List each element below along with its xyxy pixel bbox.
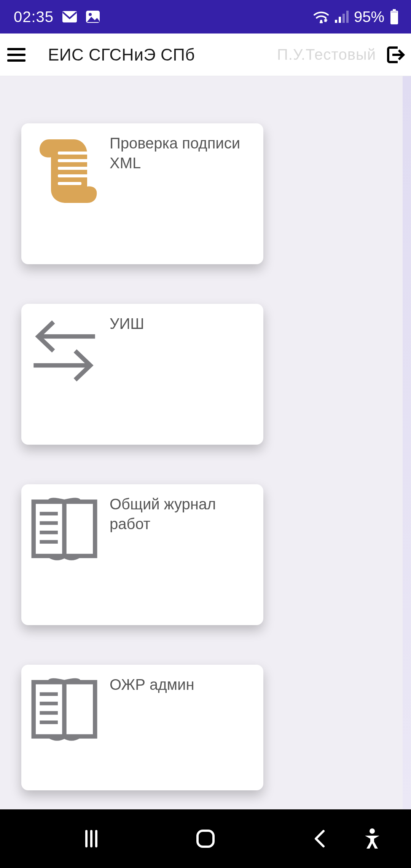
svg-point-3 bbox=[320, 20, 322, 22]
svg-rect-17 bbox=[58, 174, 88, 177]
svg-rect-14 bbox=[58, 152, 88, 155]
user-name-label: П.У.Тестовый bbox=[277, 46, 376, 63]
logout-icon bbox=[386, 45, 405, 64]
svg-rect-5 bbox=[339, 17, 341, 23]
svg-rect-25 bbox=[40, 531, 57, 535]
android-status-bar: 02:35 95% bbox=[0, 0, 411, 34]
svg-rect-31 bbox=[40, 711, 57, 715]
svg-rect-16 bbox=[58, 167, 88, 170]
menu-button[interactable] bbox=[5, 44, 27, 66]
svg-rect-29 bbox=[40, 692, 57, 696]
svg-rect-30 bbox=[40, 702, 57, 705]
book-icon bbox=[28, 492, 100, 616]
home-button[interactable] bbox=[190, 823, 221, 854]
svg-rect-8 bbox=[393, 9, 396, 11]
svg-rect-26 bbox=[40, 540, 57, 544]
svg-rect-9 bbox=[390, 11, 398, 24]
card-title: Общий журнал работ bbox=[110, 492, 253, 616]
svg-rect-24 bbox=[40, 521, 57, 525]
arrows-swap-icon bbox=[28, 311, 100, 436]
card-uish[interactable]: УИШ bbox=[21, 304, 263, 445]
mail-icon bbox=[62, 11, 77, 23]
battery-percent: 95% bbox=[354, 8, 384, 26]
book-icon bbox=[28, 672, 100, 781]
app-title: ЕИС СГСНиЭ СПб bbox=[48, 45, 195, 64]
svg-rect-0 bbox=[62, 11, 77, 22]
card-title: УИШ bbox=[110, 311, 144, 436]
svg-rect-15 bbox=[58, 159, 88, 162]
card-journal-admin[interactable]: ОЖР админ bbox=[21, 665, 263, 790]
recents-button[interactable] bbox=[76, 823, 107, 854]
svg-point-37 bbox=[370, 828, 375, 834]
svg-rect-11 bbox=[7, 48, 25, 50]
home-icon bbox=[195, 828, 216, 849]
status-time: 02:35 bbox=[14, 8, 54, 26]
svg-rect-4 bbox=[335, 20, 337, 23]
svg-rect-13 bbox=[7, 59, 25, 62]
svg-rect-36 bbox=[198, 831, 213, 847]
battery-icon bbox=[390, 9, 399, 24]
scrollbar-track[interactable] bbox=[403, 76, 411, 809]
svg-rect-7 bbox=[346, 11, 349, 23]
main-content: Проверка подписи XML УИШ bbox=[0, 76, 403, 809]
card-journal[interactable]: Общий журнал работ bbox=[21, 484, 263, 625]
hamburger-icon bbox=[7, 47, 25, 62]
back-button[interactable] bbox=[304, 823, 335, 854]
accessibility-icon bbox=[363, 828, 382, 849]
card-title: ОЖР админ bbox=[110, 672, 194, 781]
accessibility-button[interactable] bbox=[357, 823, 387, 854]
card-title: Проверка подписи XML bbox=[110, 131, 253, 255]
svg-point-2 bbox=[89, 13, 92, 16]
svg-rect-18 bbox=[58, 182, 81, 185]
app-header: ЕИС СГСНиЭ СПб П.У.Тестовый bbox=[0, 34, 411, 76]
svg-rect-10 bbox=[391, 11, 397, 13]
picture-icon bbox=[86, 10, 100, 23]
recents-icon bbox=[82, 829, 101, 848]
wifi-icon bbox=[313, 10, 330, 23]
svg-rect-32 bbox=[40, 721, 57, 724]
svg-rect-23 bbox=[40, 512, 57, 515]
android-nav-bar bbox=[0, 809, 411, 868]
scroll-icon bbox=[28, 131, 100, 255]
back-icon bbox=[312, 829, 327, 848]
logout-button[interactable] bbox=[384, 44, 406, 66]
svg-rect-6 bbox=[342, 14, 345, 23]
svg-rect-12 bbox=[7, 54, 25, 56]
signal-icon bbox=[335, 11, 349, 23]
card-xml-signature[interactable]: Проверка подписи XML bbox=[21, 123, 263, 264]
